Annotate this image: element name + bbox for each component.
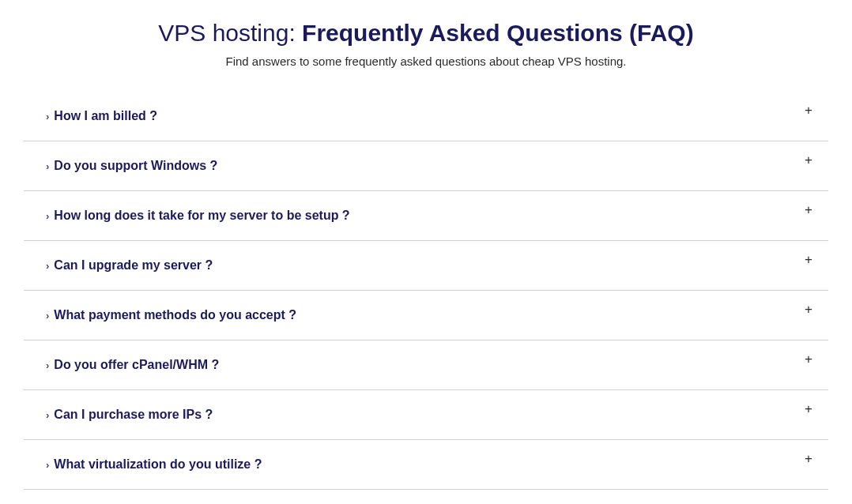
faq-question-wrapper: › How I am billed ?: [46, 109, 157, 123]
faq-question-wrapper: › Can I purchase more IPs ?: [46, 408, 213, 422]
faq-question-wrapper: › Can I upgrade my server ?: [46, 258, 213, 273]
chevron-right-icon: ›: [46, 260, 49, 272]
faq-question-text: What payment methods do you accept ?: [54, 308, 296, 322]
chevron-right-icon: ›: [46, 160, 49, 172]
faq-question-wrapper: › How long does it take for my server to…: [46, 209, 350, 223]
faq-question-wrapper: › Do you offer cPanel/WHM ?: [46, 358, 219, 372]
faq-question-wrapper: › What virtualization do you utilize ?: [46, 457, 262, 472]
chevron-right-icon: ›: [46, 409, 49, 421]
faq-list: › How I am billed ? + › Do you support W…: [24, 92, 828, 490]
faq-question-text: What virtualization do you utilize ?: [54, 457, 262, 472]
plus-icon: +: [805, 451, 828, 467]
faq-question-text: Can I upgrade my server ?: [54, 258, 213, 273]
chevron-right-icon: ›: [46, 111, 49, 122]
faq-question-text: Do you support Windows ?: [54, 159, 217, 173]
faq-item-cpanel[interactable]: › Do you offer cPanel/WHM ? +: [24, 340, 828, 390]
faq-item-billing[interactable]: › How I am billed ? +: [24, 92, 828, 141]
page-subtitle: Find answers to some frequently asked qu…: [24, 55, 828, 68]
faq-item-payment[interactable]: › What payment methods do you accept ? +: [24, 291, 828, 340]
faq-question-text: Can I purchase more IPs ?: [54, 408, 213, 422]
faq-item-windows[interactable]: › Do you support Windows ? +: [24, 141, 828, 191]
faq-question-wrapper: › What payment methods do you accept ?: [46, 308, 296, 322]
faq-question-text: How I am billed ?: [54, 109, 157, 123]
plus-icon: +: [805, 202, 828, 218]
chevron-right-icon: ›: [46, 359, 49, 371]
title-light-part: VPS hosting:: [158, 20, 302, 46]
plus-icon: +: [805, 352, 828, 367]
faq-header: VPS hosting: Frequently Asked Questions …: [24, 20, 828, 68]
faq-item-ips[interactable]: › Can I purchase more IPs ? +: [24, 390, 828, 440]
plus-icon: +: [805, 103, 828, 118]
faq-item-virtualization[interactable]: › What virtualization do you utilize ? +: [24, 440, 828, 490]
chevron-right-icon: ›: [46, 459, 49, 471]
title-bold-part: Frequently Asked Questions (FAQ): [302, 20, 694, 46]
chevron-right-icon: ›: [46, 310, 49, 322]
faq-question-text: How long does it take for my server to b…: [54, 209, 349, 223]
faq-item-upgrade[interactable]: › Can I upgrade my server ? +: [24, 241, 828, 291]
faq-question-wrapper: › Do you support Windows ?: [46, 159, 217, 173]
plus-icon: +: [805, 401, 828, 417]
plus-icon: +: [805, 302, 828, 318]
faq-question-text: Do you offer cPanel/WHM ?: [54, 358, 219, 372]
chevron-right-icon: ›: [46, 210, 49, 222]
faq-item-setup-time[interactable]: › How long does it take for my server to…: [24, 191, 828, 241]
plus-icon: +: [805, 152, 828, 168]
page-title: VPS hosting: Frequently Asked Questions …: [24, 20, 828, 47]
plus-icon: +: [805, 252, 828, 268]
